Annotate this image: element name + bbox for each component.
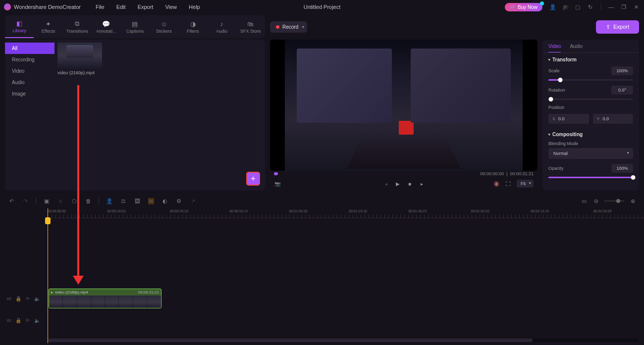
compositing-section: Compositing Blending Mode Normal Opacity… [542, 128, 639, 182]
track-row-02: 02 🔒 👁 🔈 ▸ video (2160p).mp4 00:00:31:21 [0, 288, 644, 309]
mute-track-icon[interactable]: 🔈 [34, 296, 40, 301]
visibility-icon[interactable]: 👁 [25, 318, 30, 323]
scrub-handle[interactable] [274, 172, 278, 175]
inspector-tab-audio[interactable]: Audio [570, 44, 583, 52]
menu-view[interactable]: View [165, 4, 177, 10]
fit-timeline-icon[interactable]: ▭ [581, 198, 588, 204]
sfxstore-icon: 🛍 [247, 20, 254, 28]
clip-duration: 00:00:31:21 [138, 290, 159, 295]
zoom-out-icon[interactable]: ⊖ [592, 198, 599, 204]
prev-frame-icon[interactable]: ◂ [382, 180, 389, 187]
transform-header[interactable]: Transform [548, 57, 633, 62]
next-frame-icon[interactable]: ▸ [418, 180, 425, 187]
stop-icon[interactable]: ■ [406, 180, 413, 187]
compositing-header[interactable]: Compositing [548, 132, 633, 137]
scrollbar-thumb[interactable] [48, 339, 533, 342]
export-button[interactable]: ⇪ Export [596, 20, 639, 34]
track-row-01: 01 🔒 👁 🔈 [0, 309, 644, 331]
tab-captions[interactable]: ▤Captions [120, 15, 149, 38]
scrub-bar[interactable]: 00:00:00:00 | 00:00:31:21 [270, 171, 537, 177]
cursor-icon[interactable]: ↗ [189, 198, 196, 204]
rotation-slider[interactable] [548, 99, 633, 100]
delete-icon[interactable]: 🗑 [85, 198, 92, 204]
play-icon[interactable]: ▶ [394, 180, 401, 187]
media-item[interactable]: video (2160p).mp4 [57, 43, 102, 75]
zoom-in-icon[interactable]: ⊕ [629, 198, 636, 204]
close-icon[interactable]: ✕ [634, 4, 640, 10]
library-categories: All Recording Video Audio Image [5, 40, 54, 191]
library-content: video (2160p).mp4 [54, 40, 265, 191]
lib-cat-image[interactable]: Image [5, 88, 54, 99]
track-body[interactable] [48, 309, 644, 331]
mute-track-icon[interactable]: 🔈 [34, 318, 40, 323]
add-media-button[interactable]: + [246, 172, 260, 186]
timeline-clip[interactable]: ▸ video (2160p).mp4 00:00:31:21 [49, 289, 161, 308]
learn-icon[interactable]: 🎓 [562, 4, 568, 10]
blend-mode-select[interactable]: Normal [548, 148, 633, 159]
track-body[interactable]: ▸ video (2160p).mp4 00:00:31:21 [48, 288, 644, 309]
undo-icon[interactable]: ↶ [8, 198, 15, 204]
fullscreen-icon[interactable]: ⛶ [505, 180, 512, 187]
scale-slider[interactable] [548, 79, 633, 81]
tab-filters[interactable]: ◑Filters [178, 15, 207, 38]
split-icon[interactable]: ⎋ [57, 198, 64, 204]
redo-icon[interactable]: ↷ [22, 198, 29, 204]
timeline-ruler[interactable]: 00:00:00:00 00:00:18:03 00:00:35:10 00:0… [48, 208, 644, 218]
separator [36, 197, 36, 204]
maximize-icon[interactable]: ❐ [621, 4, 627, 10]
timeline-scrollbar[interactable] [48, 339, 639, 342]
scale-value[interactable]: 100% [611, 66, 633, 75]
menu-edit[interactable]: Edit [116, 4, 126, 10]
tab-library[interactable]: ◧Library [5, 15, 34, 38]
inspector-tab-video[interactable]: Video [548, 44, 561, 52]
green-screen-icon[interactable]: ◐ [161, 198, 168, 204]
marker-icon[interactable]: ⬠ [71, 198, 78, 204]
denoise-icon[interactable]: 👤 [106, 198, 113, 204]
visibility-icon[interactable]: 👁 [25, 296, 30, 301]
library-panel: All Recording Video Audio Image video (2… [5, 40, 265, 191]
lib-cat-all[interactable]: All [5, 43, 54, 54]
tab-stickers[interactable]: ☺Stickers [150, 15, 178, 38]
ruler-mark: 00:00:00:00 [48, 209, 66, 213]
mute-icon[interactable]: 🔇 [493, 180, 500, 187]
menu-export[interactable]: Export [138, 4, 154, 10]
history-icon[interactable]: ↻ [588, 4, 594, 10]
preview-viewport[interactable] [270, 40, 537, 171]
zoom-slider[interactable] [604, 200, 624, 201]
resource-tabs: ◧Library ✦Effects ⧉Transitions 💬Annotati… [5, 15, 265, 38]
opacity-slider[interactable] [548, 177, 633, 178]
minimize-icon[interactable]: — [608, 4, 614, 10]
rotation-value[interactable]: 0.0° [611, 86, 633, 95]
pan-zoom-icon[interactable]: 🖼 [134, 198, 141, 204]
menu-file[interactable]: File [96, 4, 105, 10]
main-area: All Recording Video Audio Image video (2… [0, 40, 644, 191]
adjust-icon[interactable]: ⚙ [175, 198, 182, 204]
lib-cat-recording[interactable]: Recording [5, 54, 54, 65]
opacity-value[interactable]: 100% [611, 164, 633, 173]
snapshot-icon[interactable]: 📷 [274, 180, 281, 187]
tab-sfxstore[interactable]: 🛍SFX Store [236, 15, 265, 38]
playhead[interactable] [48, 208, 48, 343]
save-icon[interactable]: ▢ [575, 4, 581, 10]
stickers-icon: ☺ [161, 20, 167, 28]
position-x-input[interactable]: X0.0 [548, 114, 589, 124]
speed-icon[interactable]: ⏩ [148, 198, 155, 204]
position-y-input[interactable]: Y0.0 [593, 114, 634, 124]
tab-annotations[interactable]: 💬Annotati... [92, 15, 120, 38]
voice-icon[interactable]: ⚖ [120, 198, 127, 204]
lib-cat-audio[interactable]: Audio [5, 77, 54, 88]
lib-cat-video[interactable]: Video [5, 65, 54, 77]
tab-audio[interactable]: ♪Audio [207, 15, 236, 38]
buy-now-button[interactable]: 🛒 Buy Now [505, 3, 542, 11]
captions-icon: ▤ [132, 20, 138, 28]
fit-select[interactable]: Fit [517, 180, 534, 188]
crop-icon[interactable]: ▣ [43, 198, 50, 204]
tab-effects[interactable]: ✦Effects [34, 15, 62, 38]
lock-icon[interactable]: 🔒 [15, 318, 21, 323]
record-button[interactable]: Record [270, 21, 307, 33]
account-icon[interactable]: 👤 [549, 4, 555, 10]
menu-help[interactable]: Help [189, 4, 200, 10]
tab-transitions[interactable]: ⧉Transitions [63, 15, 92, 38]
lock-icon[interactable]: 🔒 [15, 296, 21, 301]
record-label: Record [282, 24, 298, 30]
